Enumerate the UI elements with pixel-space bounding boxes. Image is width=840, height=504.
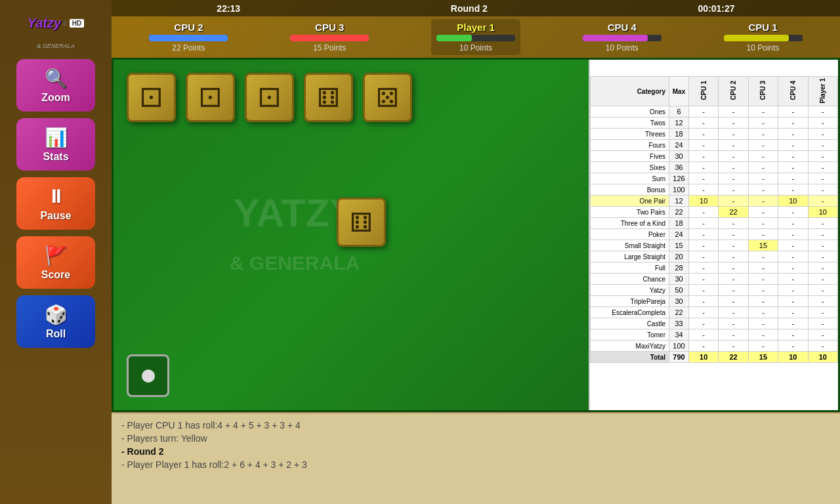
die-4[interactable]: ⚅: [304, 73, 353, 122]
row-cpu2: 22: [719, 207, 748, 218]
row-cpu2: -: [719, 140, 748, 151]
roll-box[interactable]: [127, 354, 169, 397]
zoom-button[interactable]: 🔍 Zoom: [16, 59, 95, 112]
player-cpu1: CPU 1 10 Points: [724, 22, 803, 52]
stats-button[interactable]: 📊 Stats: [16, 118, 95, 171]
row-category: Large Straight: [591, 251, 669, 262]
table-row[interactable]: TriplePareja 30 - - - - -: [591, 296, 838, 307]
torn-paper-top: [590, 60, 838, 76]
score-icon: 🚩: [45, 245, 68, 266]
row-cpu4: -: [778, 318, 808, 329]
table-row[interactable]: Castle 33 - - - - -: [591, 318, 838, 329]
log-area: - Player CPU 1 has roll:4 + 4 + 5 + 3 + …: [112, 412, 840, 504]
row-cpu2: -: [719, 329, 748, 341]
table-row[interactable]: Poker 24 - - - - -: [591, 229, 838, 240]
timer-display: 22:13: [217, 3, 240, 14]
table-row[interactable]: Sixes 36 - - - - -: [591, 162, 838, 173]
row-cpu1: -: [689, 229, 719, 240]
row-category: Sixes: [591, 162, 669, 173]
table-row[interactable]: Ones 6 - - - - -: [591, 106, 838, 117]
table-row[interactable]: Twos 12 - - - - -: [591, 117, 838, 129]
table-row[interactable]: Sum 126 - - - - -: [591, 173, 838, 184]
row-cpu1: -: [689, 117, 719, 129]
row-p1: -: [808, 262, 837, 274]
row-cpu1: -: [689, 106, 719, 117]
row-p1: -: [808, 251, 837, 262]
rolling-die: ⚅: [337, 198, 386, 247]
table-row[interactable]: Three of a Kind 18 - - - - -: [591, 218, 838, 229]
die-2[interactable]: ⚀: [186, 73, 235, 122]
row-category: Fours: [591, 140, 669, 151]
table-row[interactable]: Bonus 100 - - - - -: [591, 184, 838, 196]
row-cpu1: -: [689, 129, 719, 140]
row-cpu2: -: [719, 274, 748, 285]
pause-label: Pause: [40, 210, 71, 222]
pause-button[interactable]: ⏸ Pause: [16, 177, 95, 230]
table-row[interactable]: Yatzy 50 - - - - -: [591, 285, 838, 296]
table-row[interactable]: Full 28 - - - - -: [591, 262, 838, 274]
row-cpu2: -: [719, 240, 748, 251]
table-row[interactable]: EscaleraCompleta 22 - - - - -: [591, 307, 838, 318]
roll-icon: 🎲: [45, 304, 68, 326]
table-row[interactable]: Threes 18 - - - - -: [591, 129, 838, 140]
row-cpu1: -: [689, 173, 719, 184]
player-cpu2: CPU 2 22 Points: [149, 22, 228, 52]
row-max: 36: [669, 162, 689, 173]
row-category: Bonus: [591, 184, 669, 196]
die-1[interactable]: ⚀: [127, 73, 176, 122]
col-header-max: Max: [669, 77, 689, 106]
row-category: EscaleraCompleta: [591, 307, 669, 318]
row-cpu1: -: [689, 296, 719, 307]
col-header-player1: Player 1: [808, 77, 837, 106]
row-cpu2: -: [719, 341, 748, 352]
row-cpu1: 10: [689, 196, 719, 207]
row-cpu4: -: [778, 229, 808, 240]
row-cpu2: -: [719, 307, 748, 318]
row-cpu1: -: [689, 318, 719, 329]
row-max: 100: [669, 184, 689, 196]
col-header-cpu3: CPU 3: [748, 77, 778, 106]
table-row[interactable]: Tomer 34 - - - - -: [591, 329, 838, 341]
table-row[interactable]: Small Straight 15 - - 15 - -: [591, 240, 838, 251]
table-row[interactable]: MaxiYatzy 100 - - - - -: [591, 341, 838, 352]
row-cpu4: -: [778, 296, 808, 307]
row-cpu2: -: [719, 106, 748, 117]
logo-text: Yatzy: [28, 16, 62, 31]
table-row[interactable]: Fives 30 - - - - -: [591, 151, 838, 162]
table-row[interactable]: Fours 24 - - - - -: [591, 140, 838, 151]
cpu4-points: 10 Points: [606, 43, 639, 52]
cpu2-name: CPU 2: [174, 22, 203, 33]
row-max: 22: [669, 207, 689, 218]
score-table-container: Category Max CPU 1 CPU 2 CPU 3 CPU 4 Pla…: [589, 60, 838, 410]
roll-button[interactable]: 🎲 Roll: [16, 295, 95, 348]
row-category: Poker: [591, 229, 669, 240]
die-3[interactable]: ⚀: [245, 73, 294, 122]
row-cpu2: -: [719, 285, 748, 296]
row-p1: -: [808, 240, 837, 251]
cpu4-progress-bar: [583, 35, 648, 41]
row-cpu4: -: [778, 117, 808, 129]
row-cpu3: -: [748, 218, 778, 229]
score-button[interactable]: 🚩 Score: [16, 236, 95, 289]
row-category: Threes: [591, 129, 669, 140]
row-cpu1: -: [689, 274, 719, 285]
table-row[interactable]: Large Straight 20 - - - - -: [591, 251, 838, 262]
row-cpu2: -: [719, 129, 748, 140]
hd-badge: HD: [70, 19, 84, 28]
row-p1: -: [808, 173, 837, 184]
table-row[interactable]: Two Pairs 22 - 22 - - 10: [591, 207, 838, 218]
table-row[interactable]: One Pair 12 10 - - 10 -: [591, 196, 838, 207]
table-row[interactable]: Chance 30 - - - - -: [591, 274, 838, 285]
row-p1: -: [808, 318, 837, 329]
log-line-4: - Player Player 1 has roll:2 + 6 + 4 + 3…: [121, 459, 830, 470]
row-p1: -: [808, 196, 837, 207]
row-cpu1: -: [689, 218, 719, 229]
row-max: 33: [669, 318, 689, 329]
die-5[interactable]: ⚄: [363, 73, 412, 122]
row-cpu4: -: [778, 251, 808, 262]
row-p1: -: [808, 151, 837, 162]
row-cpu4: -: [778, 307, 808, 318]
row-p1: -: [808, 129, 837, 140]
row-p1: -: [808, 285, 837, 296]
row-category: Chance: [591, 274, 669, 285]
